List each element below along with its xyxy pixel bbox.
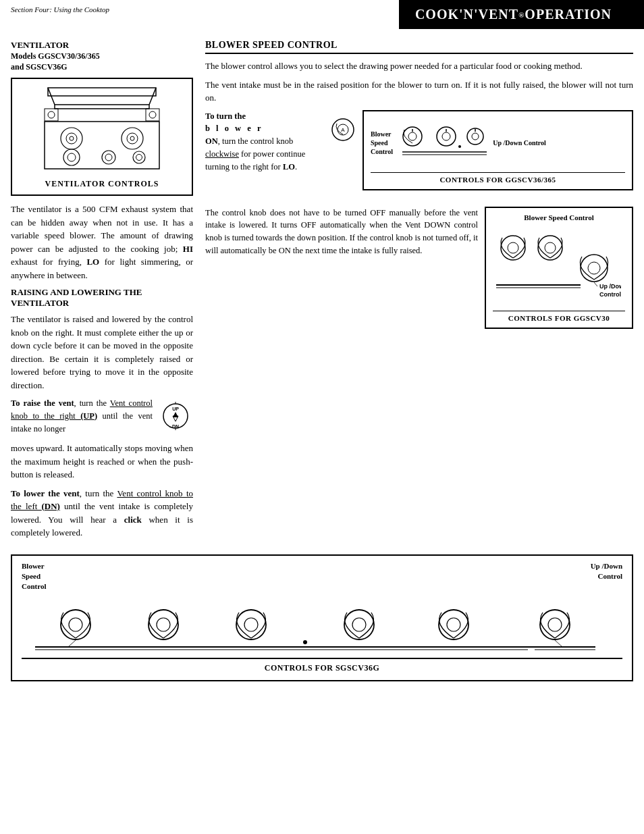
- blower-speed-heading: BLOWER SPEED CONTROL: [205, 40, 633, 54]
- svg-point-57: [157, 618, 170, 631]
- lower-vent-para: To lower the vent, turn the Vent control…: [11, 487, 193, 540]
- svg-point-14: [105, 154, 112, 161]
- svg-point-61: [352, 618, 366, 631]
- raise-vent-section: To raise the vent, turn the Vent control…: [11, 397, 193, 436]
- section-label: Section Four: Using the Cooktop: [0, 0, 399, 29]
- control-diagram-36: BlowerSpeedControl: [363, 110, 633, 190]
- svg-text:DN: DN: [172, 424, 179, 429]
- svg-point-12: [68, 153, 76, 161]
- updown-label-36: Up /Down Control: [493, 139, 546, 147]
- cooktop-illustration: [18, 84, 186, 175]
- knobs-36-svg: [396, 120, 490, 167]
- svg-point-66: [303, 640, 307, 644]
- svg-line-71: [555, 640, 562, 646]
- svg-point-10: [130, 136, 134, 140]
- svg-point-45: [538, 236, 562, 260]
- diagram-ggscv30: Blower Speed Control: [485, 207, 633, 337]
- svg-text:UP: UP: [172, 407, 179, 411]
- svg-point-55: [69, 618, 82, 631]
- blower-knob-inline: A: [330, 117, 356, 199]
- ventilator-desc: The ventilator is a 500 CFM exhaust syst…: [11, 203, 193, 282]
- page-title: COOK'N'VENT® OPERATION: [399, 0, 628, 29]
- svg-point-56: [149, 610, 178, 640]
- subtitle-text: OPERATION: [525, 7, 612, 22]
- svg-point-47: [581, 255, 608, 282]
- ventilator-models: Models GGSCV30/36/365: [11, 51, 100, 61]
- raising-desc: The ventilator is raised and lowered by …: [11, 313, 193, 392]
- up-dn-knob-svg: UP DN: [158, 398, 193, 434]
- diagram-36-title: CONTROLS FOR GGSCV36/365: [371, 172, 625, 184]
- svg-point-48: [588, 262, 600, 274]
- svg-point-16: [136, 155, 142, 161]
- page: Section Four: Using the Cooktop COOK'N'V…: [0, 0, 644, 834]
- turn-on-blower-text: To turn theb l o w e rON, turn the contr…: [205, 110, 323, 199]
- svg-point-20: [149, 111, 156, 118]
- section-label-text: Section Four: Using the Cooktop: [11, 5, 109, 14]
- cooktop-svg: [34, 84, 169, 172]
- raise-vent-text: To raise the vent, turn the Vent control…: [11, 397, 153, 435]
- trademark: ®: [518, 11, 525, 19]
- svg-line-70: [69, 640, 76, 646]
- svg-rect-0: [48, 88, 156, 96]
- blower-speed-label-36: BlowerSpeedControl: [371, 130, 393, 156]
- blower-desc3-text: The control knob does not have to be tur…: [205, 208, 478, 255]
- bottom-section: BlowerSpeedControl Up /DownControl: [0, 554, 644, 688]
- ventilator-controls-label: VENTILATOR CONTROLS: [18, 179, 186, 189]
- header: Section Four: Using the Cooktop COOK'N'V…: [0, 0, 644, 29]
- svg-point-54: [61, 610, 90, 640]
- svg-point-15: [133, 151, 145, 163]
- svg-point-38: [472, 133, 479, 140]
- ventilator-title: VENTILATOR Models GGSCV30/36/365 and SGS…: [11, 40, 193, 72]
- raising-title: RAISING AND LOWERING THE VENTILATOR: [11, 287, 193, 309]
- raising-desc-text: The ventilator is raised and lowered by …: [11, 314, 193, 390]
- svg-rect-4: [45, 122, 159, 169]
- title-text: COOK'N'VENT: [415, 7, 518, 22]
- blower-desc1-text: The blower control allows you to select …: [205, 61, 583, 71]
- up-dn-knob: UP DN: [158, 398, 193, 436]
- sgscv-updown-label: Up /DownControl: [591, 561, 622, 582]
- blower-desc1: The blower control allows you to select …: [205, 59, 633, 73]
- svg-point-58: [236, 610, 266, 640]
- svg-point-18: [48, 111, 55, 118]
- svg-point-40: [458, 145, 461, 148]
- ventilator-title-text: VENTILATOR: [11, 40, 69, 50]
- blower-desc3: The control knob does not have to be tur…: [205, 207, 478, 337]
- svg-marker-23: [173, 412, 178, 417]
- ventilator-models2: and SGSCV36G: [11, 62, 68, 72]
- svg-text:Control: Control: [599, 291, 621, 298]
- desc3-and-diagram30: The control knob does not have to be tur…: [205, 207, 633, 337]
- diagram-ggscv36: BlowerSpeedControl: [363, 110, 633, 199]
- control-diagram-30: Blower Speed Control: [485, 207, 633, 329]
- turn-on-and-diagram36: To turn theb l o w e rON, turn the contr…: [205, 110, 633, 199]
- svg-point-11: [63, 149, 80, 165]
- svg-point-62: [439, 610, 468, 640]
- svg-point-65: [548, 618, 562, 631]
- svg-rect-19: [146, 109, 159, 121]
- blower-desc2-text: The vent intake must be in the raised po…: [205, 80, 633, 103]
- svg-point-59: [244, 618, 258, 631]
- sgscv-top: BlowerSpeedControl Up /DownControl: [22, 561, 622, 592]
- knobs-30-svg: Up /Down Control: [493, 224, 621, 305]
- raising-title-text: RAISING AND LOWERING THE VENTILATOR: [11, 287, 142, 308]
- ventilator-box: VENTILATOR CONTROLS: [11, 78, 193, 196]
- svg-point-6: [66, 133, 77, 144]
- svg-rect-3: [55, 105, 149, 109]
- svg-point-13: [102, 151, 115, 164]
- sgscv-blower-label: BlowerSpeedControl: [22, 561, 46, 592]
- svg-line-53: [594, 282, 597, 286]
- svg-point-9: [127, 133, 138, 144]
- svg-point-63: [447, 618, 460, 631]
- svg-point-35: [442, 132, 450, 140]
- left-column: VENTILATOR Models GGSCV30/36/365 and SGS…: [11, 40, 193, 545]
- blower-knob-inline-svg: A: [330, 117, 356, 142]
- svg-point-64: [540, 610, 570, 640]
- sgscv-title: CONTROLS FOR SGSCV36G: [22, 658, 622, 673]
- svg-point-43: [501, 236, 525, 260]
- svg-rect-17: [45, 109, 58, 121]
- svg-point-44: [508, 242, 518, 253]
- raise-vent-cont: moves upward. It automatically stops mov…: [11, 442, 193, 481]
- sgscv-knobs-svg: [22, 596, 609, 654]
- svg-point-60: [344, 610, 374, 640]
- svg-point-5: [61, 128, 82, 149]
- svg-point-7: [70, 136, 74, 140]
